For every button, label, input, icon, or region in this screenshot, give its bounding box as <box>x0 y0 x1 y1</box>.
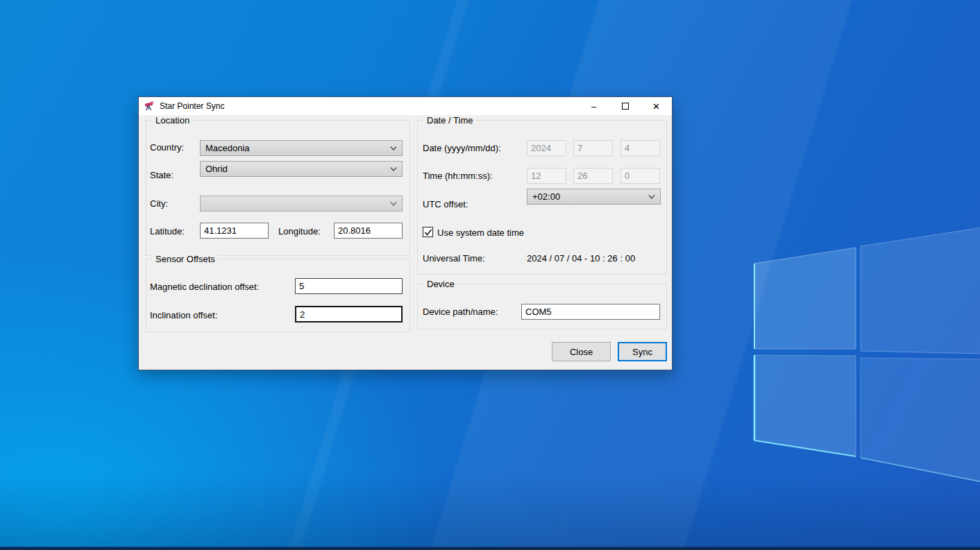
checkmark-icon <box>424 228 432 237</box>
device-path-label: Device path/name: <box>423 307 498 317</box>
location-legend: Location <box>152 115 193 126</box>
magnetic-declination-input[interactable] <box>295 278 403 294</box>
longitude-input[interactable] <box>334 223 403 239</box>
time-label: Time (hh:mm:ss): <box>423 171 493 181</box>
city-select[interactable] <box>200 196 403 212</box>
device-legend: Device <box>423 279 458 289</box>
city-label: City: <box>150 198 168 209</box>
universal-time-label: Universal Time: <box>423 253 485 264</box>
country-select[interactable]: Macedonia <box>200 140 403 156</box>
device-path-input[interactable] <box>521 304 660 320</box>
utc-offset-select[interactable]: +02:00 <box>527 189 661 205</box>
minimize-button[interactable]: – <box>578 97 609 115</box>
country-select-value: Macedonia <box>205 143 250 153</box>
state-label: State: <box>150 170 174 180</box>
universal-time-value: 2024 / 07 / 04 - 10 : 26 : 00 <box>527 253 635 264</box>
sensor-offsets-legend: Sensor Offsets <box>152 254 219 264</box>
date-time-legend: Date / Time <box>423 115 476 126</box>
sync-button-label: Sync <box>632 347 652 357</box>
window-title: Star Pointer Sync <box>160 101 224 111</box>
chevron-down-icon <box>390 146 397 151</box>
state-select-value: Ohrid <box>205 164 228 174</box>
use-system-datetime-checkbox[interactable] <box>423 227 433 237</box>
country-label: Country: <box>150 142 184 153</box>
chevron-down-icon <box>648 194 655 200</box>
chevron-down-icon <box>390 166 397 172</box>
state-select[interactable]: Ohrid <box>200 161 403 177</box>
longitude-label: Longitude: <box>278 226 321 237</box>
close-window-button[interactable]: ✕ <box>641 97 672 115</box>
inclination-offset-label: Inclination offset: <box>150 310 217 320</box>
minimize-icon: – <box>591 101 596 112</box>
time-second-input <box>620 168 660 184</box>
maximize-icon <box>622 103 629 110</box>
maximize-button[interactable] <box>609 97 641 115</box>
date-month-input <box>573 140 613 156</box>
time-minute-input <box>573 168 613 184</box>
magnetic-declination-label: Magnetic declination offset: <box>150 282 259 292</box>
date-day-input <box>620 140 660 156</box>
date-year-input <box>527 140 566 156</box>
latitude-label: Latitude: <box>150 226 185 237</box>
sync-button[interactable]: Sync <box>618 342 667 361</box>
chevron-down-icon <box>390 201 397 207</box>
close-icon: ✕ <box>652 101 660 112</box>
close-button[interactable]: Close <box>552 342 611 361</box>
utc-offset-select-value: +02:00 <box>532 191 560 202</box>
use-system-datetime-label[interactable]: Use system date time <box>437 227 524 238</box>
titlebar[interactable]: Star Pointer Sync – ✕ <box>139 97 672 115</box>
date-label: Date (yyyy/mm/dd): <box>423 143 501 153</box>
star-pointer-sync-window: Star Pointer Sync – ✕ Location Country: … <box>138 96 673 370</box>
time-hour-input <box>527 168 566 184</box>
close-button-label: Close <box>570 347 593 357</box>
inclination-offset-input[interactable] <box>295 306 403 323</box>
utc-offset-label: UTC offset: <box>423 199 468 209</box>
telescope-app-icon <box>144 101 155 112</box>
latitude-input[interactable] <box>200 223 269 239</box>
windows-logo <box>747 225 980 488</box>
